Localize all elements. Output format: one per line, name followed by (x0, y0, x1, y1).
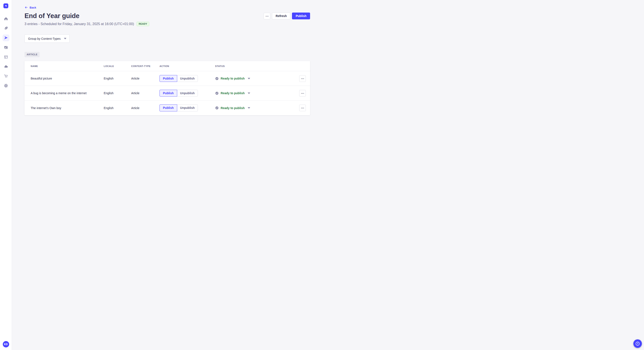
entry-action-toggle: Publish Unpublish (160, 75, 215, 82)
column-header-locale: LOCALE (104, 65, 131, 67)
arrow-left-icon (24, 6, 28, 9)
entry-publish-option[interactable]: Publish (160, 75, 177, 82)
entry-more-button[interactable]: ⋯ (299, 90, 306, 97)
check-circle-icon (215, 77, 219, 80)
entry-action-toggle: Publish Unpublish (160, 104, 215, 111)
entry-locale: English (104, 106, 131, 110)
subtitle-row: 3 entries - Scheduled for Friday, Januar… (24, 22, 310, 26)
strapi-logo-icon (4, 4, 8, 7)
release-schedule-subtitle: 3 entries - Scheduled for Friday, Januar… (24, 22, 134, 26)
main-content: Back End of Year guide ⋯ Refresh Publish… (12, 0, 322, 115)
release-status-badge: READY (136, 22, 149, 26)
marketplace-icon (4, 74, 8, 78)
check-circle-icon (215, 91, 219, 95)
chevron-down-icon (248, 93, 250, 94)
entry-status[interactable]: Ready to publish (215, 91, 294, 95)
back-link[interactable]: Back (24, 0, 36, 9)
publish-release-button[interactable]: Publish (292, 12, 310, 19)
entry-publish-option[interactable]: Publish (160, 90, 177, 97)
releases-icon (4, 36, 8, 40)
sidebar: KD (0, 0, 12, 175)
entry-status-label: Ready to publish (221, 91, 245, 95)
column-header-content-type: CONTENT-TYPE (131, 65, 160, 67)
table-row: Beautiful picture English Article Publis… (24, 71, 310, 86)
content-type-builder-icon (4, 55, 8, 59)
release-more-button[interactable]: ⋯ (264, 13, 270, 19)
sidebar-item-settings[interactable] (2, 82, 9, 89)
column-header-status: STATUS (215, 65, 294, 67)
entry-content-type: Article (131, 91, 160, 95)
entry-status-label: Ready to publish (221, 77, 245, 80)
entry-content-type: Article (131, 106, 160, 110)
sidebar-item-content-manager[interactable] (2, 25, 9, 32)
cloud-icon (4, 64, 8, 69)
table-row: A bug is becoming a meme on the internet… (24, 86, 310, 101)
settings-icon (4, 84, 8, 88)
group-by-value: Group by Content-Types (28, 37, 61, 40)
entry-unpublish-option[interactable]: Unpublish (177, 90, 198, 97)
entry-status[interactable]: Ready to publish (215, 77, 294, 80)
entry-name: The internet's Own boy (31, 106, 104, 110)
content-manager-icon (4, 26, 8, 30)
entry-content-type: Article (131, 77, 160, 80)
entry-more-button[interactable]: ⋯ (299, 75, 306, 82)
table-header-row: NAME LOCALE CONTENT-TYPE ACTION STATUS (24, 61, 310, 71)
sidebar-nav (2, 15, 9, 89)
home-icon (4, 16, 8, 21)
chevron-down-icon (248, 78, 250, 79)
entry-status-label: Ready to publish (221, 106, 245, 110)
chevron-down-icon (248, 107, 250, 109)
entry-publish-option[interactable]: Publish (160, 104, 177, 111)
header-actions: ⋯ Refresh Publish (264, 12, 310, 19)
sidebar-item-home[interactable] (2, 15, 9, 22)
entry-more-button[interactable]: ⋯ (299, 105, 306, 111)
entries-table: NAME LOCALE CONTENT-TYPE ACTION STATUS B… (24, 61, 310, 115)
refresh-button[interactable]: Refresh (272, 12, 290, 19)
page-title: End of Year guide (24, 12, 80, 20)
sidebar-item-cloud[interactable] (2, 63, 9, 70)
column-header-action: ACTION (160, 65, 215, 67)
entry-locale: English (104, 77, 131, 80)
entry-name: A bug is becoming a meme on the internet (31, 91, 104, 95)
content-type-group-badge: ARTICLE (24, 52, 40, 57)
sidebar-item-marketplace[interactable] (2, 73, 9, 80)
entry-unpublish-option[interactable]: Unpublish (177, 104, 198, 111)
chevron-down-icon (64, 38, 66, 39)
media-library-icon (4, 45, 8, 49)
table-row: The internet's Own boy English Article P… (24, 101, 310, 115)
back-label: Back (30, 6, 36, 9)
sidebar-item-media-library[interactable] (2, 44, 9, 51)
entry-name: Beautiful picture (31, 77, 104, 80)
entry-locale: English (104, 91, 131, 95)
sidebar-item-content-type-builder[interactable] (2, 54, 9, 60)
group-by-select[interactable]: Group by Content-Types (24, 34, 70, 43)
strapi-logo[interactable] (4, 3, 8, 8)
entry-unpublish-option[interactable]: Unpublish (177, 75, 198, 82)
column-header-name: NAME (31, 65, 104, 67)
entry-action-toggle: Publish Unpublish (160, 90, 215, 97)
sidebar-item-releases[interactable] (2, 34, 9, 41)
entry-status[interactable]: Ready to publish (215, 106, 294, 110)
title-row: End of Year guide ⋯ Refresh Publish (24, 12, 310, 20)
check-circle-icon (215, 106, 219, 110)
